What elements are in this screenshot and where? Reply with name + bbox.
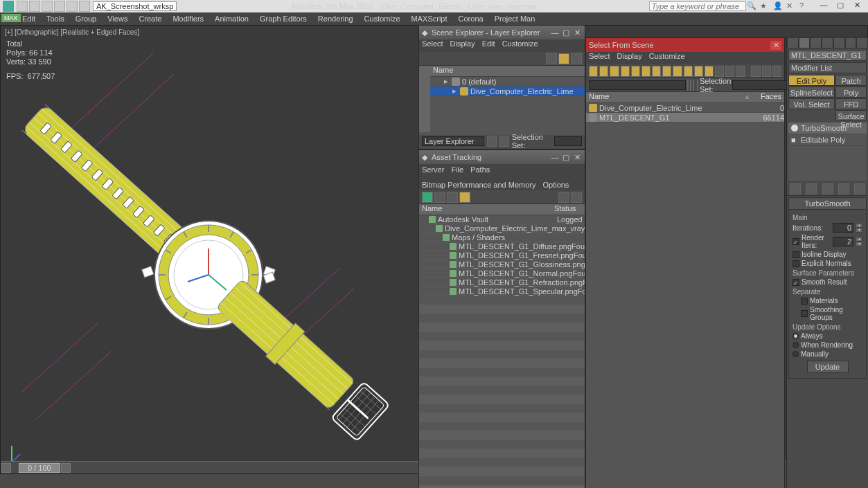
isoline-check[interactable] bbox=[792, 251, 799, 258]
maximize-button[interactable]: ▢ bbox=[832, 1, 849, 12]
sfs-close-icon[interactable]: ✕ bbox=[770, 41, 781, 50]
minimize-button[interactable]: — bbox=[815, 1, 832, 12]
cmd-tab-display-icon[interactable] bbox=[833, 37, 845, 48]
menu-group[interactable]: Group bbox=[70, 13, 103, 24]
asset-row[interactable]: MTL_DESCENT_G1_Diffuse.pngFound bbox=[419, 242, 585, 251]
sfs-menu-customize[interactable]: Customize bbox=[649, 52, 685, 64]
smgroups-check[interactable] bbox=[801, 310, 808, 317]
qa-open-icon[interactable] bbox=[29, 1, 40, 12]
qa-link-icon[interactable] bbox=[79, 1, 90, 12]
se-menu-edit[interactable]: Edit bbox=[482, 39, 495, 52]
se-tree[interactable]: Name ▸ 0 (default) ▸ Dive_Computer_Elect… bbox=[430, 66, 585, 135]
sfs-t3-icon[interactable] bbox=[693, 80, 694, 91]
at-menu-options[interactable]: Options bbox=[542, 181, 569, 189]
sfs-f1-icon[interactable] bbox=[589, 66, 598, 77]
asset-row[interactable]: MTL_DESCENT_G1_Refraction.pngFound bbox=[419, 278, 585, 287]
menu-customize[interactable]: Customize bbox=[359, 13, 406, 24]
subobj-editpoly[interactable]: Edit Poly bbox=[788, 75, 835, 86]
sfs-row-0[interactable]: Dive_Computer_Electric_Lime 0 bbox=[586, 103, 784, 113]
menu-views[interactable]: Views bbox=[102, 13, 133, 24]
sfs-f9-icon[interactable] bbox=[673, 66, 682, 77]
expand-icon[interactable]: ▸ bbox=[443, 77, 450, 86]
se-foot-1-icon[interactable] bbox=[487, 136, 497, 147]
at-t3-icon[interactable] bbox=[447, 192, 458, 203]
sfs-f5-icon[interactable] bbox=[631, 66, 640, 77]
cmd-tab-utilities-icon[interactable] bbox=[845, 37, 857, 48]
at-t2-icon[interactable] bbox=[434, 192, 445, 203]
cmd-tab-modify-icon[interactable] bbox=[799, 37, 811, 48]
sfs-tree[interactable]: Name ▲ Faces Dive_Computer_Electric_Lime… bbox=[586, 92, 784, 488]
menu-maxscript[interactable]: MAXScript bbox=[406, 13, 453, 24]
cmd-tab-extra-icon[interactable] bbox=[856, 37, 868, 48]
se-min-icon[interactable]: — bbox=[550, 28, 560, 37]
st-config-icon[interactable] bbox=[854, 183, 865, 195]
se-filter-2-icon[interactable] bbox=[419, 77, 430, 88]
always-radio[interactable] bbox=[792, 333, 799, 339]
subobj-ffdselect[interactable]: FFD Select bbox=[835, 98, 867, 109]
sfs-titlebar[interactable]: Select From Scene ✕ bbox=[586, 38, 784, 52]
se-tool-pick-icon[interactable] bbox=[571, 53, 582, 64]
time-prev-icon[interactable] bbox=[1, 463, 11, 473]
help-icon[interactable]: ? bbox=[799, 1, 809, 11]
se-selset-input[interactable] bbox=[554, 136, 582, 146]
asset-row[interactable]: MTL_DESCENT_G1_Normal.pngFound bbox=[419, 269, 585, 278]
materials-check[interactable] bbox=[801, 298, 808, 305]
close-button[interactable]: ✕ bbox=[849, 1, 865, 12]
render-iters-check[interactable] bbox=[792, 238, 799, 245]
sfs-menu-select[interactable]: Select bbox=[589, 52, 610, 64]
asset-row[interactable]: MTL_DESCENT_G1_Glossiness.pngFound bbox=[419, 260, 585, 269]
infocenter-icon[interactable]: 🔍 bbox=[747, 1, 756, 11]
spin-down-icon[interactable]: ▾ bbox=[856, 228, 862, 233]
st-show-icon[interactable] bbox=[806, 183, 817, 195]
menu-create[interactable]: Create bbox=[133, 13, 167, 24]
sfs-t4-icon[interactable] bbox=[697, 80, 698, 91]
menu-animation[interactable]: Animation bbox=[209, 13, 254, 24]
signin-icon[interactable]: 👤 bbox=[773, 1, 783, 11]
sfs-f4-icon[interactable] bbox=[621, 66, 630, 77]
cmd-tab-motion-icon[interactable] bbox=[822, 37, 833, 48]
bulb-icon[interactable] bbox=[791, 125, 798, 132]
at-t4-icon[interactable] bbox=[459, 192, 470, 203]
object-name-field[interactable]: MTL_DESCENT_G1 bbox=[788, 50, 867, 61]
sfs-f12-icon[interactable] bbox=[705, 66, 714, 77]
sfs-f2-icon[interactable] bbox=[599, 66, 608, 77]
sfs-t1-icon[interactable] bbox=[687, 80, 689, 91]
qa-undo-icon[interactable] bbox=[54, 1, 65, 12]
sfs-search-input[interactable] bbox=[589, 80, 686, 90]
rollout-header[interactable]: TurboSmooth bbox=[789, 198, 866, 210]
sfs-t2-icon[interactable] bbox=[690, 80, 691, 91]
star-icon[interactable]: ★ bbox=[760, 1, 770, 11]
at-close-icon[interactable]: ✕ bbox=[572, 153, 582, 162]
sfs-f16-icon[interactable] bbox=[751, 66, 760, 77]
at-help-icon[interactable] bbox=[571, 192, 582, 203]
at-tree[interactable]: Name Status Autodesk VaultLoggedDive_Com… bbox=[419, 204, 585, 487]
se-filter-5-icon[interactable] bbox=[419, 110, 430, 121]
se-menu-display[interactable]: Display bbox=[450, 39, 475, 52]
workspace-dropdown[interactable]: AK_Screenshot_wrksp bbox=[93, 1, 177, 11]
se-foot-2-icon[interactable] bbox=[499, 136, 509, 147]
viewport-label[interactable]: [+] [Orthographic] [Realistic + Edged Fa… bbox=[5, 28, 139, 36]
se-filter-4-icon[interactable] bbox=[419, 99, 430, 110]
sfs-f10-icon[interactable] bbox=[684, 66, 693, 77]
menu-modifiers[interactable]: Modifiers bbox=[167, 13, 209, 24]
sfs-f17-icon[interactable] bbox=[762, 66, 771, 77]
se-max-icon[interactable]: ▢ bbox=[561, 28, 571, 37]
se-filter-1-icon[interactable] bbox=[419, 66, 430, 77]
at-min-icon[interactable]: — bbox=[550, 153, 560, 162]
spin-down-icon[interactable]: ▾ bbox=[856, 242, 862, 246]
menu-rendering[interactable]: Rendering bbox=[312, 13, 359, 24]
sfs-f8-icon[interactable] bbox=[662, 66, 671, 77]
menu-grapheditors[interactable]: Graph Editors bbox=[254, 13, 312, 24]
scene-explorer-titlebar[interactable]: ◆ Scene Explorer - Layer Explorer —▢✕ bbox=[419, 26, 585, 39]
modifier-stack[interactable]: TurboSmooth ■ Editable Poly bbox=[788, 123, 867, 181]
asset-row[interactable]: MTL_DESCENT_G1_Fresnel.pngFound bbox=[419, 251, 585, 260]
explicit-check[interactable] bbox=[792, 260, 799, 267]
max-badge[interactable]: MAX bbox=[1, 14, 21, 22]
modifier-list-dropdown[interactable]: Modifier List bbox=[788, 62, 867, 73]
at-menu-file[interactable]: File bbox=[451, 165, 463, 174]
se-menu-customize[interactable]: Customize bbox=[502, 39, 538, 52]
asset-row[interactable]: Autodesk VaultLogged bbox=[419, 215, 585, 224]
st-pin-icon[interactable] bbox=[790, 183, 801, 195]
cmd-tab-create-icon[interactable] bbox=[787, 37, 799, 48]
at-t1-icon[interactable] bbox=[422, 192, 433, 203]
